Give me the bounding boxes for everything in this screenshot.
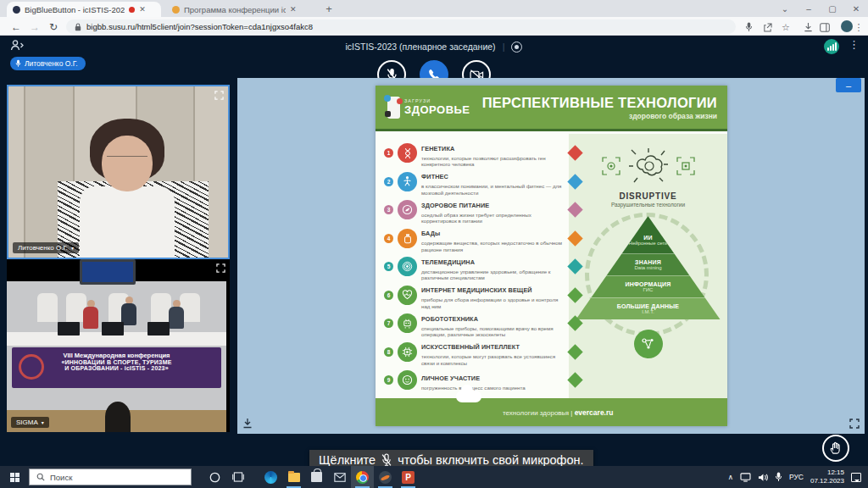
taskbar-clock[interactable]: 12:15 07.12.2023 — [810, 469, 844, 485]
tab-close-icon[interactable]: ✕ — [290, 5, 297, 14]
technology-list: 1 ГЕНЕТИКАтехнологии, которые позволяют … — [376, 134, 569, 398]
item-title: ЗДОРОВОЕ ПИТАНИЕ — [421, 202, 489, 209]
desktop: BigBlueButton - icISTIS-202 ✕ Программа … — [0, 0, 868, 488]
disruptive-title: DISRUPTIVE — [569, 191, 727, 201]
clock-date: 07.12.2023 — [810, 477, 844, 485]
item-desc: погруженность в процесс самого пациента — [421, 385, 564, 391]
header-divider: | — [503, 42, 505, 52]
forward-button[interactable]: → — [27, 19, 42, 36]
fullscreen-webcam-icon[interactable] — [214, 91, 224, 100]
item-desc: приборы для сбора информации о здоровье … — [421, 297, 564, 310]
fullscreen-presentation-icon[interactable] — [849, 419, 860, 429]
dna-icon — [398, 143, 417, 163]
webcam-name-dropdown[interactable]: Литовченко О.Г. ▾ — [13, 242, 79, 253]
powerpoint-icon[interactable]: P — [397, 466, 420, 488]
microsoft-store-icon[interactable] — [305, 466, 328, 488]
bbb-app: icISTIS-2023 (пленарное заседание) | ⋮ Л… — [0, 36, 868, 466]
webcam-tile-speaker[interactable]: Литовченко О.Г. ▾ — [7, 85, 230, 259]
item-desc: технологии, которые позволяют расшифрова… — [421, 155, 564, 169]
minimize-presentation-button[interactable]: – — [836, 78, 861, 92]
search-icon — [36, 473, 45, 481]
record-button[interactable] — [511, 42, 522, 53]
zagruzi-zdorovie-logo: ЗАГРУЗИ ЗДОРОВЬЕ — [387, 97, 470, 119]
explosion-cloud-icon — [629, 147, 668, 185]
speaker-icon[interactable] — [758, 473, 768, 482]
new-tab-button[interactable]: + — [322, 3, 336, 16]
item-desc: содержащие вещества, которых недостаточн… — [421, 240, 564, 253]
fitness-icon — [398, 172, 417, 191]
start-button[interactable] — [0, 466, 29, 488]
connection-status-button[interactable] — [824, 39, 839, 54]
item-number: 4 — [384, 234, 393, 243]
tab-title: BigBlueButton - icISTIS-202 — [25, 5, 125, 14]
item-number: 1 — [384, 148, 393, 158]
tray-mic-icon[interactable] — [775, 472, 782, 482]
tab-recording-indicator — [129, 7, 135, 13]
mail-icon[interactable] — [328, 466, 351, 488]
network-icon[interactable] — [740, 473, 751, 482]
robot-icon — [398, 313, 417, 333]
disruptive-subtitle: Разрушительные технологии — [569, 202, 727, 208]
footer-brand: evercare.ru — [575, 408, 614, 417]
windows-taskbar: Поиск P ∧ РУС 12:15 07.12.2023 — [0, 466, 868, 488]
windows-logo-icon — [10, 473, 19, 482]
telemedicine-icon — [398, 257, 417, 276]
item-number: 8 — [384, 347, 393, 357]
back-button[interactable]: ← — [8, 19, 24, 36]
browser-menu-kebab-icon[interactable]: ⋮ — [851, 19, 866, 36]
footer-text: технологии здоровья | — [503, 409, 572, 417]
window-minimize-button[interactable]: – — [797, 0, 821, 17]
language-indicator[interactable]: РУС — [789, 473, 804, 481]
window-maximize-button[interactable]: ▢ — [821, 0, 844, 17]
options-kebab-icon[interactable]: ⋮ — [849, 38, 860, 51]
window-close-button[interactable]: ✕ — [844, 0, 868, 17]
cpu-chip-icon — [676, 156, 696, 176]
file-explorer-icon[interactable] — [282, 466, 305, 488]
item-number: 5 — [384, 262, 393, 271]
slide-subtitle: здорового образа жизни — [482, 112, 717, 120]
mic-permission-icon[interactable] — [741, 19, 756, 36]
conference-banner: VIII Международная конференция «ИННОВАЦИ… — [12, 347, 221, 388]
browser-tab-program[interactable]: Программа конференции icIS ✕ — [166, 2, 312, 17]
webcam-tile-hall[interactable]: VIII Международная конференция «ИННОВАЦИ… — [7, 259, 230, 432]
edge-icon[interactable] — [259, 466, 282, 488]
raise-hand-button[interactable] — [822, 435, 849, 462]
chrome-icon[interactable] — [351, 466, 374, 488]
item-title: ГЕНЕТИКА — [421, 145, 454, 152]
mic-icon — [15, 59, 21, 68]
download-presentation-button[interactable] — [242, 418, 253, 429]
bookmark-star-icon[interactable]: ☆ — [778, 19, 793, 36]
clock-time: 12:15 — [810, 469, 844, 477]
item-title: ЛИЧНОЕ УЧАСТИЕ — [421, 374, 480, 382]
task-view-icon[interactable] — [226, 466, 249, 488]
taskbar-search-input[interactable]: Поиск — [29, 469, 192, 485]
side-panel-icon[interactable] — [817, 19, 832, 36]
tab-close-icon[interactable]: ✕ — [139, 5, 146, 14]
talking-indicator-name: Литовченко О.Г. — [25, 59, 78, 68]
pyramid-level-bigdata: БОЛЬШИЕ ДАННЫЕ I.M.T. — [576, 297, 721, 319]
item-title: ИНТЕРНЕТ МЕДИЦИНСКИХ ВЕЩЕЙ — [421, 286, 532, 294]
search-placeholder: Поиск — [50, 473, 72, 482]
window-restore-down-icon[interactable]: ⌄ — [773, 0, 797, 17]
address-bar[interactable]: bigbb.susu.ru/html5client/join?sessionTo… — [66, 19, 736, 34]
item-number: 7 — [384, 319, 393, 328]
item-number: 3 — [384, 205, 393, 214]
share-icon[interactable] — [760, 19, 775, 36]
item-title: ФИТНЕС — [421, 173, 448, 180]
browser-tab-bbb[interactable]: BigBlueButton - icISTIS-202 ✕ — [7, 2, 161, 17]
cortana-icon[interactable] — [203, 466, 226, 488]
item-title: ТЕЛЕМЕДИЦИНА — [421, 258, 475, 266]
muted-mic-icon — [381, 453, 392, 467]
refresh-button[interactable]: ↻ — [46, 19, 61, 36]
hidden-icons-chevron[interactable]: ∧ — [728, 473, 733, 481]
cloud-icon — [456, 391, 481, 402]
url-text: bigbb.susu.ru/html5client/join?sessionTo… — [86, 22, 313, 31]
download-icon[interactable] — [800, 19, 815, 36]
item-number: 9 — [384, 375, 393, 385]
webcam-name-dropdown[interactable]: SIGMA ▾ — [11, 417, 49, 428]
slide[interactable]: ЗАГРУЗИ ЗДОРОВЬЕ ПЕРСПЕКТИВНЫЕ ТЕХНОЛОГИ… — [376, 86, 727, 426]
browser-compass-icon[interactable] — [374, 466, 397, 488]
talking-indicator-pill[interactable]: Литовченко О.Г. — [10, 57, 86, 70]
action-center-icon[interactable] — [851, 473, 861, 482]
fullscreen-webcam-icon[interactable] — [216, 263, 225, 273]
